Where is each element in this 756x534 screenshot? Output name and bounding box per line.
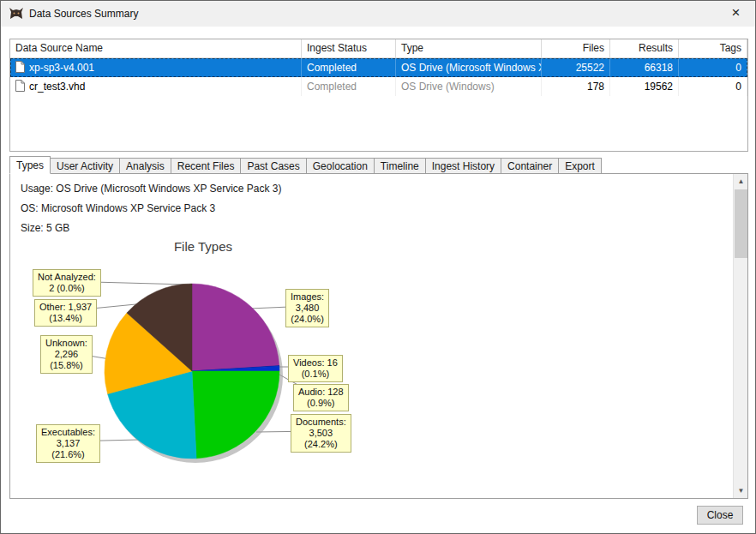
data-source-name: cr_test3.vhd: [29, 81, 85, 93]
data-sources-summary-dialog: Data Sources Summary × Data Source Name …: [0, 0, 756, 534]
tab-ingest-history[interactable]: Ingest History: [426, 158, 501, 174]
summary-tabbar: Types User Activity Analysis Recent File…: [9, 156, 747, 174]
pie-callout-unknown: Unknown: 2,296 (15.8%): [40, 335, 93, 374]
cell-name: cr_test3.vhd: [10, 77, 302, 96]
close-button[interactable]: Close: [697, 506, 743, 525]
cell-status: Completed: [302, 77, 396, 96]
tab-timeline[interactable]: Timeline: [375, 158, 426, 174]
cell-tags: 0: [679, 77, 747, 96]
pie-callout-documents: Documents: 3,503 (24.2%): [291, 414, 351, 453]
file-icon: [15, 60, 25, 72]
table-row[interactable]: xp-sp3-v4.001 Completed OS Drive (Micros…: [10, 58, 747, 77]
usage-text: Usage: OS Drive (Microsoft Windows XP Se…: [21, 183, 282, 195]
column-header-status[interactable]: Ingest Status: [302, 39, 396, 57]
cell-results: 66318: [610, 58, 679, 77]
column-header-tags[interactable]: Tags: [679, 39, 747, 57]
scrollbar-thumb[interactable]: [735, 189, 747, 258]
pie-callout-videos: Videos: 16 (0.1%): [288, 355, 343, 382]
tab-recent-files[interactable]: Recent Files: [171, 158, 242, 174]
column-header-files[interactable]: Files: [542, 39, 610, 57]
data-source-name: xp-sp3-v4.001: [29, 62, 94, 74]
table-header: Data Source Name Ingest Status Type File…: [10, 39, 747, 58]
cell-type: OS Drive (Microsoft Windows X...: [396, 58, 542, 77]
data-sources-table: Data Source Name Ingest Status Type File…: [9, 39, 748, 152]
cell-status: Completed: [302, 58, 396, 77]
column-header-name[interactable]: Data Source Name: [10, 39, 302, 57]
types-panel: Usage: OS Drive (Microsoft Windows XP Se…: [9, 173, 748, 499]
cell-files: 178: [542, 77, 610, 96]
vertical-scrollbar[interactable]: ▲ ▼: [733, 174, 747, 498]
cell-results: 19562: [610, 77, 679, 96]
file-icon: [15, 79, 25, 91]
autopsy-logo-icon: [8, 5, 25, 22]
cell-type: OS Drive (Windows): [396, 77, 542, 96]
window-title: Data Sources Summary: [29, 8, 138, 20]
pie-callout-other: Other: 1,937 (13.4%): [34, 299, 97, 327]
tab-container[interactable]: Container: [501, 158, 559, 174]
cell-files: 25522: [542, 58, 610, 77]
tab-past-cases[interactable]: Past Cases: [241, 158, 306, 174]
tab-export[interactable]: Export: [559, 158, 602, 174]
os-text: OS: Microsoft Windows XP Service Pack 3: [21, 202, 215, 214]
pie-callout-executables: Executables: 3,137 (21.6%): [36, 424, 100, 463]
cell-tags: 0: [679, 58, 747, 77]
size-text: Size: 5 GB: [21, 222, 69, 234]
table-row[interactable]: cr_test3.vhd Completed OS Drive (Windows…: [10, 77, 747, 96]
tab-geolocation[interactable]: Geolocation: [307, 158, 375, 174]
window-close-button[interactable]: ×: [717, 1, 755, 27]
column-header-results[interactable]: Results: [610, 39, 679, 57]
tab-user-activity[interactable]: User Activity: [51, 158, 120, 174]
pie-callout-not-analyzed: Not Analyzed: 2 (0.0%): [33, 269, 101, 297]
tab-types[interactable]: Types: [9, 156, 51, 174]
pie-callout-audio: Audio: 128 (0.9%): [293, 384, 349, 411]
column-header-type[interactable]: Type: [396, 39, 542, 57]
title-bar: Data Sources Summary ×: [1, 1, 755, 27]
scroll-down-icon[interactable]: ▼: [734, 483, 748, 498]
pie-callout-images: Images: 3,480 (24.0%): [285, 289, 329, 327]
cell-name: xp-sp3-v4.001: [10, 58, 302, 77]
tab-analysis[interactable]: Analysis: [120, 158, 171, 174]
scroll-up-icon[interactable]: ▲: [734, 174, 748, 189]
